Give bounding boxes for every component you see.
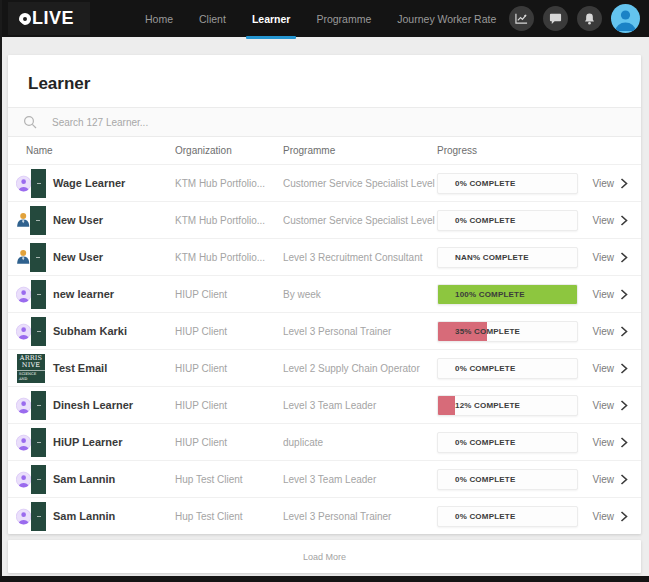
progress-cell: NAN% COMPLETE <box>437 247 578 268</box>
progress-bar: 0% COMPLETE <box>437 469 578 490</box>
organization-logo-avatar <box>31 391 46 420</box>
learner-avatar <box>16 168 46 198</box>
top-navbar: LIVE HomeClientLearnerProgrammeJourney W… <box>0 0 649 37</box>
learner-name: New User <box>50 251 103 263</box>
progress-cell: 0% COMPLETE <box>437 173 578 194</box>
chevron-right-icon <box>620 474 628 485</box>
name-cell: New User <box>16 205 175 235</box>
progress-cell: 100% COMPLETE <box>437 284 578 305</box>
learner-name: Wage Learner <box>50 177 125 189</box>
nav-item-client[interactable]: Client <box>186 0 239 37</box>
view-label: View <box>593 363 615 374</box>
table-row[interactable]: Subham Karki HIUP Client Level 3 Persona… <box>8 312 641 349</box>
view-label: View <box>593 474 615 485</box>
view-button[interactable]: View <box>578 326 641 337</box>
organization-logo-avatar <box>31 465 46 494</box>
app-logo[interactable]: LIVE <box>8 2 90 35</box>
navbar-actions: Account <box>509 4 649 33</box>
bell-icon <box>583 12 596 25</box>
organization-cell: Hup Test Client <box>175 474 283 485</box>
organization-logo-avatar <box>31 317 46 346</box>
table-row[interactable]: New User KTM Hub Portfolio... Level 3 Re… <box>8 238 641 275</box>
table-row[interactable]: Dinesh Learner HIUP Client Level 3 Team … <box>8 386 641 423</box>
nav-item-learner[interactable]: Learner <box>239 0 304 37</box>
logo-caption <box>37 405 41 407</box>
view-button[interactable]: View <box>578 511 641 522</box>
organization-logo-avatar: ARRIS NIVE SCIENCE AND <box>17 354 45 383</box>
table-row[interactable]: ARRIS NIVE SCIENCE AND Test Email HIUP C… <box>8 349 641 386</box>
olive-logo-o-icon <box>19 13 31 25</box>
user-avatar[interactable] <box>611 4 640 33</box>
view-label: View <box>593 437 615 448</box>
search-icon <box>23 115 37 129</box>
logo-caption <box>37 442 41 444</box>
analytics-button[interactable] <box>509 6 534 31</box>
learner-avatar: ARRIS NIVE SCIENCE AND <box>16 353 46 383</box>
view-button[interactable]: View <box>578 474 641 485</box>
search-bar <box>8 107 641 137</box>
progress-label: 12% COMPLETE <box>438 396 577 415</box>
load-more-button[interactable]: Load More <box>8 540 641 573</box>
progress-bar: 100% COMPLETE <box>437 284 578 305</box>
view-button[interactable]: View <box>578 289 641 300</box>
organization-logo-avatar <box>31 502 46 531</box>
table-row[interactable]: new learner HIUP Client By week 100% COM… <box>8 275 641 312</box>
progress-label: 100% COMPLETE <box>438 285 577 304</box>
organization-cell: HIUP Client <box>175 289 283 300</box>
progress-label: 0% COMPLETE <box>438 211 577 230</box>
purple-person-avatar-icon <box>16 169 31 198</box>
search-input[interactable] <box>52 117 472 128</box>
view-label: View <box>593 511 615 522</box>
notifications-button[interactable] <box>577 6 602 31</box>
view-label: View <box>593 289 615 300</box>
progress-label: 0% COMPLETE <box>438 470 577 489</box>
view-button[interactable]: View <box>578 215 641 226</box>
purple-person-avatar-icon <box>16 317 31 346</box>
view-button[interactable]: View <box>578 252 641 263</box>
chat-bubble-icon <box>549 12 562 25</box>
learner-avatar <box>16 390 46 420</box>
view-button[interactable]: View <box>578 363 641 374</box>
table-row[interactable]: New User KTM Hub Portfolio... Customer S… <box>8 201 641 238</box>
learner-name: Test Email <box>50 362 107 374</box>
programme-cell: Customer Service Specialist Level 3 <box>283 215 437 226</box>
progress-cell: 0% COMPLETE <box>437 469 578 490</box>
organization-cell: HIUP Client <box>175 400 283 411</box>
logo-text: LIVE <box>32 8 74 29</box>
organization-cell: KTM Hub Portfolio... <box>175 252 283 263</box>
table-row[interactable]: Wage Learner KTM Hub Portfolio... Custom… <box>8 164 641 201</box>
organization-cell: HIUP Client <box>175 363 283 374</box>
name-cell: Wage Learner <box>16 168 175 198</box>
view-button[interactable]: View <box>578 437 641 448</box>
messages-button[interactable] <box>543 6 568 31</box>
learner-name: New User <box>50 214 103 226</box>
column-header-progress: Progress <box>437 145 578 156</box>
table-row[interactable]: Sam Lannin Hup Test Client Level 3 Team … <box>8 460 641 497</box>
chevron-right-icon <box>620 363 628 374</box>
table-row[interactable]: Sam Lannin Hup Test Client Level 3 Perso… <box>8 497 641 534</box>
progress-label: 35% COMPLETE <box>438 322 577 341</box>
organization-logo-avatar <box>31 169 46 198</box>
progress-bar: NAN% COMPLETE <box>437 247 578 268</box>
organization-logo-avatar <box>31 428 46 457</box>
nav-item-home[interactable]: Home <box>132 0 186 37</box>
table-header-row: NameOrganizationProgrammeProgress <box>8 137 641 164</box>
progress-cell: 0% COMPLETE <box>437 358 578 379</box>
chevron-right-icon <box>620 400 628 411</box>
progress-cell: 12% COMPLETE <box>437 395 578 416</box>
view-button[interactable]: View <box>578 400 641 411</box>
progress-label: 0% COMPLETE <box>438 433 577 452</box>
table-row[interactable]: HiUP Learner HIUP Client duplicate 0% CO… <box>8 423 641 460</box>
person-icon <box>611 4 640 33</box>
name-cell: Dinesh Learner <box>16 390 175 420</box>
name-cell: new learner <box>16 279 175 309</box>
progress-label: 0% COMPLETE <box>438 174 577 193</box>
nav-item-programme[interactable]: Programme <box>303 0 384 37</box>
organization-logo-avatar <box>31 280 46 309</box>
progress-bar: 0% COMPLETE <box>437 210 578 231</box>
purple-person-avatar-icon <box>16 465 31 494</box>
view-label: View <box>593 326 615 337</box>
view-button[interactable]: View <box>578 178 641 189</box>
programme-cell: Level 3 Personal Trainer <box>283 511 437 522</box>
nav-item-journey-worker-rate[interactable]: Journey Worker Rate <box>384 0 509 37</box>
